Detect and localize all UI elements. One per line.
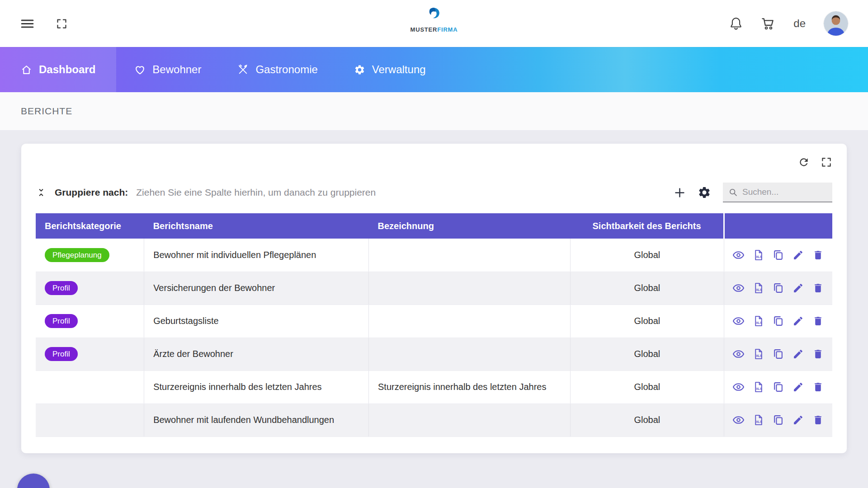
category-cell: Profil [36,272,144,305]
edit-action[interactable] [793,348,804,360]
column-header[interactable]: Bezeichnung [369,213,571,239]
table-header-row: BerichtskategorieBerichtsnameBezeichnung… [36,213,832,239]
description-cell [369,338,571,371]
description-cell [369,272,571,305]
export-excel-action[interactable]: XLS [753,414,764,426]
column-header[interactable]: Sichtbarkeit des Berichts [570,213,724,239]
description-cell [369,239,571,272]
svg-text:XLS: XLS [756,387,762,390]
export-excel-action[interactable]: XLS [753,381,764,393]
language-selector[interactable]: de [793,17,806,30]
edit-action[interactable] [793,414,804,426]
hamburger-menu-icon[interactable] [20,16,35,31]
view-action[interactable] [733,348,744,360]
report-row: PflegeplanungBewohner mit individuellen … [36,239,832,272]
nav-item-gastronomie[interactable]: Gastronomie [219,47,335,92]
copy-action[interactable] [773,381,784,393]
cart-icon[interactable] [761,16,775,31]
gear-icon [354,64,365,75]
column-header[interactable]: Berichtsname [144,213,369,239]
fullscreen-icon[interactable] [56,18,68,30]
table-settings-icon[interactable] [698,186,711,199]
report-row: ProfilÄrzte der BewohnerGlobalXLS [36,338,832,371]
delete-action[interactable] [812,381,824,393]
search-box [723,183,832,202]
edit-action[interactable] [793,381,804,393]
edit-action[interactable] [793,315,804,327]
view-action[interactable] [733,381,744,393]
report-name-cell: Ärzte der Bewohner [144,338,369,371]
export-excel-action[interactable]: XLS [753,282,764,294]
actions-cell: XLS [724,338,832,371]
visibility-cell: Global [570,404,724,436]
view-action[interactable] [733,414,744,426]
actions-cell: XLS [724,239,832,272]
home-icon [21,64,32,75]
search-icon [728,188,738,197]
delete-action[interactable] [812,249,824,261]
description-cell [369,305,571,338]
edit-action[interactable] [793,249,804,261]
export-excel-action[interactable]: XLS [753,249,764,261]
delete-action[interactable] [812,348,824,360]
report-name-cell: Versicherungen der Bewohner [144,272,369,305]
nav-item-label: Gastronomie [255,63,317,76]
report-row: Sturzereignis innerhalb des letzten Jahr… [36,371,832,404]
reports-table: BerichtskategorieBerichtsnameBezeichnung… [36,213,832,437]
delete-action[interactable] [812,282,824,294]
user-avatar[interactable] [824,11,848,36]
category-cell [36,371,144,404]
copy-action[interactable] [773,315,784,327]
nav-item-label: Verwaltung [372,63,426,76]
column-header[interactable]: Berichtskategorie [36,213,144,239]
description-cell: Sturzereignis innerhalb des letzten Jahr… [369,371,571,404]
export-excel-action[interactable]: XLS [753,348,764,360]
report-name-cell: Geburtstagsliste [144,305,369,338]
company-logo-icon [425,5,443,24]
delete-action[interactable] [812,414,824,426]
visibility-cell: Global [570,338,724,371]
group-by-label: Gruppiere nach: [55,187,128,198]
collapse-rows-icon[interactable] [36,187,47,198]
view-action[interactable] [733,282,744,294]
visibility-cell: Global [570,239,724,272]
add-report-button[interactable] [674,187,686,199]
visibility-cell: Global [570,272,724,305]
visibility-cell: Global [570,305,724,338]
report-name-cell: Bewohner mit laufenden Wundbehandlungen [144,404,369,436]
copy-action[interactable] [773,249,784,261]
actions-cell: XLS [724,404,832,436]
column-header[interactable] [724,213,832,239]
main-nav: DashboardBewohnerGastronomieVerwaltung [0,47,868,92]
nav-item-dashboard[interactable]: Dashboard [0,47,116,92]
report-name-cell: Bewohner mit individuellen Pflegeplänen [144,239,369,272]
category-cell: Profil [36,305,144,338]
export-excel-action[interactable]: XLS [753,315,764,327]
table-toolbar: Gruppiere nach: Ziehen Sie eine Spalte h… [36,183,832,202]
refresh-icon[interactable] [798,156,810,168]
copy-action[interactable] [773,414,784,426]
edit-action[interactable] [793,282,804,294]
actions-cell: XLS [724,305,832,338]
delete-action[interactable] [812,315,824,327]
nav-item-verwaltung[interactable]: Verwaltung [336,47,444,92]
actions-cell: XLS [724,272,832,305]
category-cell [36,404,144,436]
expand-card-icon[interactable] [821,156,832,168]
copy-action[interactable] [773,348,784,360]
search-input[interactable] [742,187,827,197]
brand-name: MUSTERFIRMA [410,26,458,33]
copy-action[interactable] [773,282,784,294]
nav-item-bewohner[interactable]: Bewohner [116,47,219,92]
description-cell [369,404,571,436]
brand-logo: MUSTERFIRMA [410,5,458,33]
notifications-bell-icon[interactable] [729,17,743,30]
main-content: Gruppiere nach: Ziehen Sie eine Spalte h… [0,130,868,453]
category-badge: Profil [45,314,78,328]
reports-card: Gruppiere nach: Ziehen Sie eine Spalte h… [21,144,847,453]
view-action[interactable] [733,249,744,261]
floating-action-button[interactable] [17,474,50,488]
category-cell: Profil [36,338,144,371]
report-row: ProfilGeburtstagslisteGlobalXLS [36,305,832,338]
view-action[interactable] [733,315,744,327]
